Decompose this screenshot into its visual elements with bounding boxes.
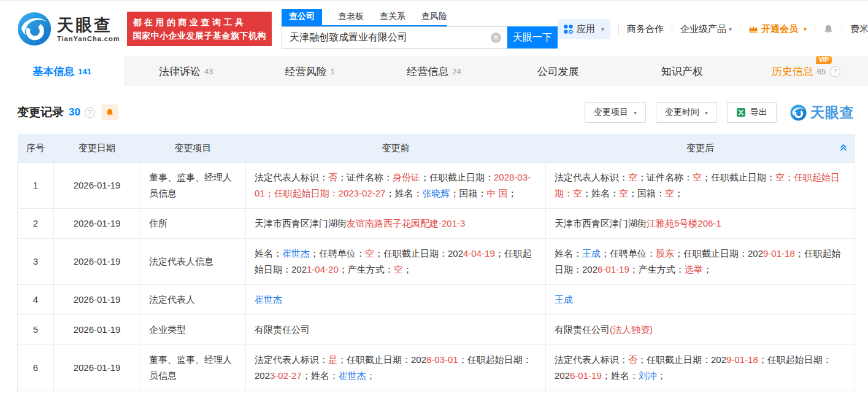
apps-menu-label: 应用 — [577, 23, 595, 35]
cell-text: ；国籍： — [628, 188, 665, 198]
cell-text: ； — [403, 264, 412, 274]
tianyancha-logo[interactable]: 天眼查 TianYanCha.com — [17, 12, 120, 46]
changed-text: 空 — [628, 172, 637, 182]
change-time-filter-button[interactable]: 变更时间 ▾ — [656, 102, 717, 123]
tab-operation-info[interactable]: 经营信息24 — [372, 56, 496, 86]
changed-text: 股东 — [656, 248, 674, 259]
section-count: 30 — [69, 106, 80, 119]
table-row: 32026-01-19法定代表人信息姓名：崔世杰；任聘单位：空；任职截止日期：2… — [18, 239, 855, 285]
divider — [815, 25, 815, 34]
after-cell: 法定代表人标识：否；任职截止日期：2029-01-18；任职起始日期：2026-… — [546, 345, 855, 391]
changed-text: 8-03-01 — [426, 354, 458, 365]
enterprise-products-label: 企业级产品 — [680, 23, 726, 35]
tab-inner: 历史信息65VIP? — [772, 64, 840, 79]
tab-label: 知识产权 — [661, 64, 703, 79]
search-tab-relation[interactable]: 查关系 — [380, 9, 405, 25]
tab-label: 基本信息 — [33, 64, 74, 79]
empty-cell — [140, 391, 246, 393]
changed-text: 4-04-19 — [463, 248, 495, 259]
tab-operation-risk[interactable]: 经营风险1 — [248, 56, 372, 86]
help-question-icon[interactable]: ? — [85, 107, 95, 118]
before-cell: 姓名：崔世杰；任聘单位：空；任职截止日期：2024-04-19；任职起始日期：2… — [246, 239, 546, 285]
search-tab-risk[interactable]: 查风险 — [421, 9, 447, 25]
vip-crown-icon — [748, 25, 758, 33]
row-number: 6 — [18, 345, 54, 391]
help-question-icon[interactable]: ? — [830, 66, 840, 77]
logo-subtitle: TianYanCha.com — [57, 35, 120, 42]
collapse-double-chevron-icon[interactable] — [839, 143, 848, 152]
tab-history-info[interactable]: 历史信息65VIP? — [744, 56, 868, 86]
enterprise-products-link[interactable]: 企业级产品 ▾ — [680, 23, 732, 35]
entity-link[interactable]: 张晓辉 — [422, 188, 450, 198]
open-vip-button[interactable]: 开通会员 ▾ — [748, 23, 807, 35]
notifications-button[interactable] — [823, 24, 834, 34]
change-item-filter-button[interactable]: 变更项目 ▾ — [585, 102, 646, 123]
after-cell: 姓名：王成；任聘单位：股东；任职截止日期：2029-01-18；任职起始日期：2… — [546, 239, 855, 285]
chevron-down-icon: ▾ — [634, 109, 637, 116]
search-button[interactable]: 天眼一下 — [507, 26, 558, 49]
tab-legal-proceedings[interactable]: 法律诉讼43 — [124, 56, 248, 86]
divider — [842, 25, 842, 34]
subscribe-bell-button[interactable] — [101, 104, 118, 120]
change-item-filter-label: 变更项目 — [594, 107, 628, 118]
search-tab-boss[interactable]: 查老板 — [338, 9, 364, 25]
tab-intellectual-property[interactable]: 知识产权 — [620, 56, 744, 86]
cell-text: ； — [508, 188, 517, 198]
search-tab-company[interactable]: 查公司 — [282, 9, 322, 25]
tianyancha-swirl-icon — [17, 12, 52, 46]
tab-basic-info[interactable]: 基本信息141 — [0, 56, 124, 86]
open-vip-label: 开通会员 — [761, 23, 798, 35]
after-cell: 法定代表人标识：空；证件名称：空；任职截止日期：空；任职起始日期：空；姓名：空；… — [546, 163, 855, 209]
search-input[interactable] — [282, 31, 487, 44]
changed-text: 江雅苑5号楼206-1 — [647, 218, 721, 228]
section-actions: 变更项目 ▾ 变更时间 ▾ 导出 天眼查 — [585, 102, 855, 123]
top-header: 天眼查 TianYanCha.com 都在用的商业查询工具 国家中小企业发展子基… — [0, 1, 868, 56]
cell-text: ；任职截止日期： — [420, 172, 494, 182]
col-header-item: 变更项目 — [140, 134, 246, 163]
clear-input-icon[interactable]: ✕ — [491, 33, 501, 43]
change-records-table: 序号 变更日期 变更项目 变更前 变更后 12026-01-19董事、监事、经理… — [17, 134, 855, 393]
company-detail-tabs: 基本信息141法律诉讼43经营风险1经营信息24公司发展知识产权历史信息65VI… — [0, 56, 868, 86]
entity-link[interactable]: 崔世杰 — [255, 294, 282, 305]
tab-label: 公司发展 — [537, 64, 579, 79]
export-button[interactable]: 导出 — [727, 102, 777, 123]
table-row: 42026-01-19法定代表人崔世杰王成 — [18, 285, 855, 315]
entity-link[interactable]: 崔世杰 — [282, 248, 310, 259]
tab-label: 经营信息 — [407, 64, 448, 79]
username: 费米 — [850, 23, 868, 35]
row-number: 3 — [18, 239, 54, 285]
cell-text: ；姓名： — [302, 370, 339, 381]
cell-text: 姓名： — [555, 248, 582, 259]
tab-inner: 基本信息141 — [33, 64, 91, 79]
entity-link[interactable]: 刘冲 — [639, 370, 657, 381]
cell-text: 法定代表人标识： — [555, 354, 628, 365]
change-date: 2026-01-19 — [54, 209, 140, 239]
tianyancha-page: 天眼查 TianYanCha.com 都在用的商业查询工具 国家中小企业发展子基… — [0, 0, 868, 393]
empty-cell — [54, 391, 140, 393]
apps-menu-button[interactable]: 应用 ▾ — [558, 19, 610, 39]
entity-link[interactable]: 王成 — [582, 248, 601, 259]
col-header-after-label: 变更后 — [686, 142, 714, 153]
cell-text: ；任职截止日期：202 — [374, 248, 463, 259]
business-cooperation-link[interactable]: 商务合作 — [627, 23, 664, 35]
logo-text: 天眼查 TianYanCha.com — [57, 16, 120, 42]
cell-text: ；姓名： — [602, 370, 639, 381]
tab-count: 1 — [331, 67, 335, 76]
changed-text: 空 — [394, 264, 403, 274]
chevron-down-icon: ▾ — [601, 26, 604, 33]
app-grid-icon — [564, 25, 573, 34]
entity-link[interactable]: 王成 — [555, 294, 573, 305]
export-label: 导出 — [750, 107, 767, 118]
cell-text: ；任职截止日期：202 — [674, 248, 763, 259]
tab-inner: 法律诉讼43 — [159, 64, 213, 79]
tab-company-development[interactable]: 公司发展 — [496, 56, 620, 86]
changed-text: 是 — [328, 354, 337, 365]
cell-text: ；证件名称： — [637, 172, 693, 182]
cell-text: ；姓名： — [385, 188, 422, 198]
change-item: 董事、监事、经理人员信息 — [140, 163, 246, 209]
col-header-date: 变更日期 — [54, 134, 140, 163]
entity-link[interactable]: 崔世杰 — [339, 370, 366, 381]
row-number: 1 — [18, 163, 54, 209]
watermark-text: 天眼查 — [810, 103, 855, 122]
user-menu[interactable]: 费米 ▾ — [850, 23, 868, 35]
